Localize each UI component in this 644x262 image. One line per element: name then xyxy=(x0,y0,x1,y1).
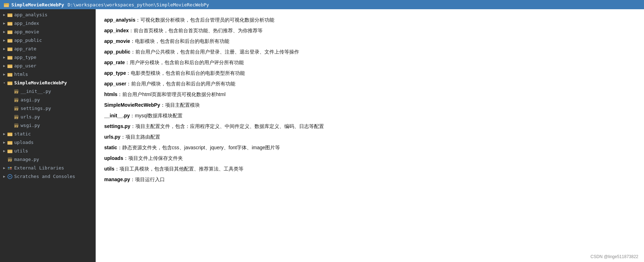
desc-line-app_public: app_public：前台用户公共模块，包含前台用户登录、注册、退出登录、文件上… xyxy=(104,47,635,57)
item-icon-external xyxy=(7,165,13,171)
svg-rect-26 xyxy=(10,167,12,168)
item-label: asgi.py xyxy=(21,96,40,104)
svg-rect-25 xyxy=(8,167,10,168)
item-label: app_type xyxy=(14,54,37,61)
item-label: app_public xyxy=(14,37,42,44)
arrow-collapsed: ▶ xyxy=(1,12,7,18)
tree-item-SimpleMovieRecWebPy[interactable]: ▾ SimpleMovieRecWebPy xyxy=(0,79,95,87)
desc-key: __init__.py： xyxy=(104,113,135,118)
item-icon-folder xyxy=(7,148,13,154)
item-icon-python: py xyxy=(13,97,19,103)
desc-text: 项目主配置模块 xyxy=(165,102,200,108)
svg-text:py: py xyxy=(15,90,18,94)
desc-line-urls_py: urls.py：项目主路由配置 xyxy=(104,132,635,142)
tree-item-app_analysis[interactable]: ▶ app_analysis xyxy=(0,11,95,19)
arrow-collapsed: ▶ xyxy=(1,131,7,137)
item-icon-folder xyxy=(7,72,13,77)
project-path: D:\workspaces\workspaces_python\SimpleMo… xyxy=(68,2,209,7)
desc-key: app_analysis： xyxy=(104,17,140,23)
desc-text: 用户评分模块，包含前台和后台的用户评分所有功能 xyxy=(130,60,244,65)
desc-key: htmls： xyxy=(104,91,122,97)
description-panel: app_analysis：可视化数据分析模块，包含后台管理员的可视化数据分析功能… xyxy=(96,9,644,262)
desc-line-static: static：静态资源文件夹，包含css、javascript、jquery、f… xyxy=(104,143,635,152)
tree-item-urlspy[interactable]: ▶ py urls.py xyxy=(0,113,95,121)
project-name: SimpleMovieRecWebPy xyxy=(11,2,64,7)
tree-item-app_rate[interactable]: ▶ app_rate xyxy=(0,45,95,53)
desc-line-app_analysis: app_analysis：可视化数据分析模块，包含后台管理员的可视化数据分析功能 xyxy=(104,15,635,25)
item-icon-folder xyxy=(7,38,13,43)
desc-key: uploads： xyxy=(104,155,128,161)
tree-item-app_movie[interactable]: ▶ app_movie xyxy=(0,28,95,36)
tree-item-utils[interactable]: ▶ utils xyxy=(0,147,95,155)
item-label: uploads xyxy=(14,139,34,146)
svg-rect-28 xyxy=(10,168,12,169)
desc-key: app_public： xyxy=(104,49,135,55)
item-icon-python: py xyxy=(13,123,19,128)
desc-text: 项目主路由配置 xyxy=(125,134,160,140)
desc-key: app_rate： xyxy=(104,60,130,65)
item-label: settings.py xyxy=(21,105,51,112)
item-icon-python: py xyxy=(13,114,19,120)
item-icon-python: py xyxy=(13,106,19,111)
main-content: ▶ app_analysis▶ app_index▶ app_movie▶ ap… xyxy=(0,9,644,262)
desc-line-app_type: app_type：电影类型模块，包含前台和后台的电影类型所有功能 xyxy=(104,68,635,78)
arrow-collapsed: ▶ xyxy=(1,38,7,43)
desc-text: 前台用户公共模块，包含前台用户登录、注册、退出登录、文件上传等操作 xyxy=(135,49,299,55)
tree-item-app_user[interactable]: ▶ app_user xyxy=(0,62,95,70)
item-label: app_movie xyxy=(14,28,39,35)
tree-item-app_public[interactable]: ▶ app_public xyxy=(0,36,95,45)
svg-text:py: py xyxy=(15,124,18,128)
desc-key: SimpleMovieRecWebPy： xyxy=(104,102,165,108)
item-icon-folder xyxy=(7,131,13,137)
desc-line-SimpleMovieRecWebPy: SimpleMovieRecWebPy：项目主配置模块 xyxy=(104,100,635,110)
item-icon-folder xyxy=(7,46,13,52)
tree-item-app_type[interactable]: ▶ app_type xyxy=(0,53,95,62)
svg-text:py: py xyxy=(15,99,18,102)
desc-line-__init___py: __init__.py：mysql数据库模块配置 xyxy=(104,111,635,121)
tree-item-scratches[interactable]: ▶ Scratches and Consoles xyxy=(0,172,95,181)
tree-item-static[interactable]: ▶ static xyxy=(0,130,95,138)
tree-item-asgipy[interactable]: ▶ py asgi.py xyxy=(0,96,95,104)
item-label: External Libraries xyxy=(14,165,64,172)
desc-line-app_user: app_user：前台用户模块，包含前台和后台的用户所有功能 xyxy=(104,79,635,89)
desc-text: mysql数据库模块配置 xyxy=(135,113,183,118)
tree-item-__init__py[interactable]: ▶ py __init__.py xyxy=(0,87,95,96)
tree-item-settingspy[interactable]: ▶ py settings.py xyxy=(0,104,95,113)
item-label: app_analysis xyxy=(14,11,47,18)
arrow-collapsed: ▶ xyxy=(1,55,7,60)
svg-rect-27 xyxy=(8,168,10,169)
item-label: __init__.py xyxy=(21,88,51,95)
tree-item-wsgipy[interactable]: ▶ py wsgi.py xyxy=(0,121,95,130)
item-label: app_rate xyxy=(14,45,37,52)
desc-line-app_rate: app_rate：用户评分模块，包含前台和后台的用户评分所有功能 xyxy=(104,57,635,67)
desc-text: 项目工具模块，包含项目其他配置、推荐算法、工具类等 xyxy=(119,166,243,172)
desc-key: app_user： xyxy=(104,81,131,87)
desc-line-utils: utils：项目工具模块，包含项目其他配置、推荐算法、工具类等 xyxy=(104,164,635,174)
arrow-collapsed: ▶ xyxy=(1,63,7,69)
desc-text: 项目文件上传保存文件夹 xyxy=(128,155,183,161)
tree-item-uploads[interactable]: ▶ uploads xyxy=(0,138,95,147)
item-label: app_user xyxy=(14,62,37,69)
desc-key: static： xyxy=(104,145,122,150)
arrow-expanded: ▾ xyxy=(1,80,7,86)
tree-item-managepy[interactable]: ▶ py manage.py xyxy=(0,155,95,164)
arrow-collapsed: ▶ xyxy=(1,174,7,179)
desc-key: app_index： xyxy=(104,28,134,33)
desc-key: manage.py： xyxy=(104,177,135,182)
arrow-collapsed: ▶ xyxy=(1,148,7,154)
tree-item-htmls[interactable]: ▶ htmls xyxy=(0,70,95,79)
arrow-collapsed: ▶ xyxy=(1,72,7,77)
item-label: SimpleMovieRecWebPy xyxy=(14,79,67,87)
desc-key: app_type： xyxy=(104,70,131,76)
desc-text: 静态资源文件夹，包含css、javascript、jquery、font字体、i… xyxy=(122,145,280,150)
desc-key: utils： xyxy=(104,166,119,172)
item-icon-python: py xyxy=(13,89,19,94)
item-label: urls.py xyxy=(21,113,40,121)
item-icon-folder xyxy=(7,21,13,26)
arrow-collapsed: ▶ xyxy=(1,140,7,145)
tree-item-external_libraries[interactable]: ▶ External Libraries xyxy=(0,164,95,172)
desc-text: 电影类型模块，包含前台和后台的电影类型所有功能 xyxy=(131,70,245,76)
item-icon-folder xyxy=(7,12,13,18)
tree-item-app_index[interactable]: ▶ app_index xyxy=(0,19,95,28)
item-label: htmls xyxy=(14,71,28,78)
